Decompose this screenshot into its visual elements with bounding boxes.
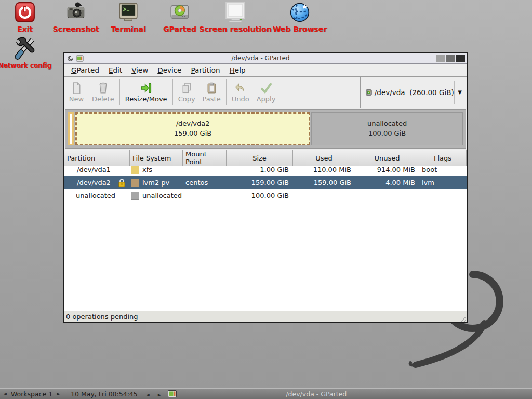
- desktop-icon-label: Network config: [0, 62, 51, 69]
- fs-color-swatch: [131, 192, 139, 200]
- partition-block-size: 159.00 GiB: [174, 129, 211, 139]
- resize-move-button[interactable]: Resize/Move: [122, 77, 171, 108]
- desktop-icon-terminal[interactable]: Terminal: [103, 2, 154, 33]
- device-name: /dev/vda: [375, 88, 405, 97]
- window-prev-icon[interactable]: ◄: [143, 392, 153, 397]
- window-title: /dev/vda - GParted: [86, 55, 435, 62]
- camera-icon: [64, 2, 88, 23]
- gparted-app-icon: [76, 55, 84, 62]
- desktop-icon-gparted[interactable]: GParted: [156, 2, 204, 33]
- paste-button[interactable]: Paste: [199, 77, 224, 108]
- menu-partition[interactable]: Partition: [186, 64, 224, 76]
- taskbar: ◄ Workspace 1 ► 10 May, Fri 00:54:45 ◄ ►…: [0, 388, 532, 399]
- table-row-vda2-selected[interactable]: /dev/vda2 lvm2 pv centos 159.00 GiB 159.…: [64, 176, 467, 189]
- menubar: GParted Edit View Device Partition Help: [64, 64, 467, 77]
- apply-check-icon: [260, 82, 273, 95]
- window-next-icon[interactable]: ►: [155, 392, 165, 397]
- table-row-vda1[interactable]: /dev/vda1 xfs 1.00 GiB 110.00 MiB 914.00…: [64, 163, 467, 176]
- table-header-row: Partition File System Mount Point Size U…: [64, 150, 467, 163]
- window-menu-swirl-icon[interactable]: [66, 55, 74, 62]
- desktop-icon-label: GParted: [163, 25, 196, 33]
- table-empty-area: [64, 202, 467, 311]
- device-size: (260.00 GiB): [409, 88, 454, 97]
- taskbar-gparted-icon[interactable]: [168, 390, 177, 397]
- taskbar-clock: 10 May, Fri 00:54:45: [71, 390, 138, 398]
- resize-grip[interactable]: [458, 314, 466, 322]
- desktop-icon-exit[interactable]: Exit: [5, 2, 45, 33]
- desktop-icon-network-config[interactable]: Network config: [1, 36, 49, 69]
- undo-button[interactable]: Undo: [228, 77, 253, 108]
- desktop-icon-screenshot[interactable]: Screenshot: [50, 2, 102, 33]
- menu-device[interactable]: Device: [153, 64, 186, 76]
- toolbar-separator: [226, 79, 227, 105]
- partition-block-name: /dev/vda2: [176, 119, 210, 129]
- desktop-icon-label: Screen resolution: [199, 25, 271, 33]
- pending-operations-text: 0 operations pending: [66, 313, 138, 321]
- partition-table: Partition File System Mount Point Size U…: [64, 150, 467, 311]
- toolbar-separator: [172, 79, 173, 105]
- menu-edit[interactable]: Edit: [104, 64, 127, 76]
- fs-color-swatch: [131, 179, 139, 187]
- toolbar: New Delete Resize/Move: [64, 77, 467, 108]
- terminal-icon: [117, 2, 139, 23]
- menu-gparted[interactable]: GParted: [66, 64, 104, 76]
- desktop-icon-web-browser[interactable]: Web Browser: [269, 2, 330, 33]
- partition-block-vda1[interactable]: [68, 112, 74, 145]
- trash-icon: [97, 82, 110, 95]
- workspace-next-icon[interactable]: ►: [54, 391, 63, 396]
- device-selector[interactable]: /dev/vda (260.00 GiB) ▼: [360, 77, 467, 108]
- taskbar-task-gparted[interactable]: /dev/vda - GParted: [179, 390, 532, 398]
- monitor-icon: [223, 2, 248, 23]
- table-row-unallocated[interactable]: unallocated unallocated 100.00 GiB --- -…: [64, 189, 467, 202]
- partition-block-name: unallocated: [367, 119, 407, 129]
- workspace-prev-icon[interactable]: ◄: [0, 391, 10, 396]
- copy-icon: [180, 82, 193, 95]
- desktop-icon-label: Terminal: [111, 25, 146, 33]
- new-partition-icon: [70, 82, 83, 95]
- desktop: Exit Screenshot Terminal: [0, 0, 532, 399]
- partition-visual-bar: /dev/vda2 159.00 GiB unallocated 100.00 …: [65, 109, 466, 149]
- desktop-icon-label: Exit: [17, 25, 33, 33]
- lock-icon: [118, 178, 126, 187]
- maximize-button[interactable]: [446, 55, 455, 62]
- desktop-icon-label: Screenshot: [53, 25, 99, 33]
- chevron-down-icon[interactable]: ▼: [454, 89, 463, 95]
- partition-block-size: 100.00 GiB: [368, 129, 406, 139]
- copy-button[interactable]: Copy: [175, 77, 199, 108]
- tools-icon: [14, 36, 36, 60]
- apply-button[interactable]: Apply: [253, 77, 280, 108]
- menu-help[interactable]: Help: [225, 64, 250, 76]
- power-icon: [14, 2, 36, 23]
- gparted-window: /dev/vda - GParted GParted Edit View Dev…: [63, 52, 468, 323]
- partition-block-vda2-selected[interactable]: /dev/vda2 159.00 GiB: [75, 112, 310, 145]
- partition-block-unallocated[interactable]: unallocated 100.00 GiB: [311, 112, 463, 145]
- delete-button[interactable]: Delete: [88, 77, 118, 108]
- desktop-icon-label: Web Browser: [273, 25, 327, 33]
- minimize-button[interactable]: [436, 55, 445, 62]
- resize-move-icon: [140, 82, 153, 95]
- workspace-label[interactable]: Workspace 1: [10, 390, 54, 398]
- new-button[interactable]: New: [64, 77, 88, 108]
- disk-partition-icon: [169, 2, 191, 23]
- fs-color-swatch: [131, 166, 139, 174]
- device-disk-icon: [366, 87, 372, 98]
- toolbar-separator: [119, 79, 120, 105]
- undo-icon: [234, 82, 247, 95]
- paste-icon: [205, 82, 218, 95]
- desktop-icon-screen-resolution[interactable]: Screen resolution: [203, 2, 268, 33]
- statusbar: 0 operations pending: [64, 311, 467, 322]
- close-button[interactable]: [456, 55, 465, 62]
- window-titlebar[interactable]: /dev/vda - GParted: [64, 53, 467, 64]
- menu-view[interactable]: View: [127, 64, 153, 76]
- globe-icon: [289, 2, 311, 23]
